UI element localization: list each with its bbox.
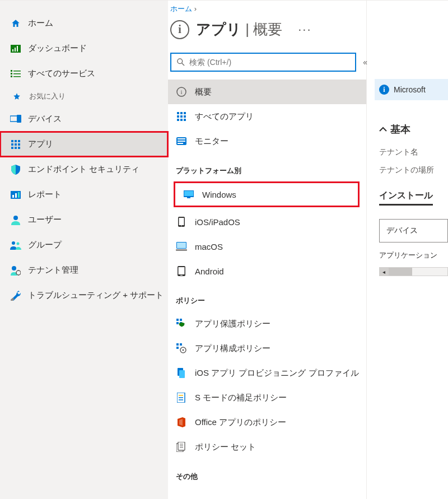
menu-macos[interactable]: macOS bbox=[168, 234, 366, 259]
policy-set-icon bbox=[176, 442, 187, 452]
collapse-menu-button[interactable]: « bbox=[363, 58, 364, 67]
nav-troubleshoot-label: トラブルシューティング + サポート bbox=[28, 290, 164, 301]
ios-icon bbox=[176, 217, 187, 227]
reports-icon bbox=[10, 191, 21, 199]
dashboard-icon bbox=[10, 45, 21, 53]
menu-overview[interactable]: i 概要 bbox=[168, 80, 366, 104]
nav-endpoint-security-label: エンドポイント セキュリティ bbox=[28, 164, 139, 175]
svg-rect-24 bbox=[18, 192, 20, 198]
blade-title: アプリ | 概要 bbox=[196, 20, 282, 39]
menu-office-policy-label: Office アプリのポリシー bbox=[195, 417, 286, 428]
svg-rect-3 bbox=[17, 46, 18, 52]
nav-favorites-label: お気に入り bbox=[29, 91, 66, 101]
tenant-name-label: テナント名 bbox=[379, 147, 448, 157]
tenant-location-label: テナントの場所 bbox=[379, 165, 448, 175]
menu-app-protection[interactable]: アプリ保護ポリシー bbox=[168, 311, 366, 336]
nav-apps[interactable]: アプリ bbox=[0, 132, 168, 157]
svg-rect-49 bbox=[184, 191, 193, 196]
svg-rect-23 bbox=[15, 193, 17, 198]
svg-rect-70 bbox=[179, 370, 185, 378]
nav-dashboard[interactable]: ダッシュボード bbox=[0, 36, 168, 61]
star-icon bbox=[11, 92, 22, 100]
menu-section-other: その他 bbox=[168, 459, 366, 487]
svg-rect-35 bbox=[177, 112, 179, 114]
device-select[interactable]: デバイス bbox=[379, 219, 448, 242]
breadcrumb[interactable]: ホーム › bbox=[168, 1, 366, 14]
svg-rect-43 bbox=[184, 119, 186, 121]
svg-rect-2 bbox=[15, 48, 16, 52]
monitor-icon bbox=[176, 137, 187, 145]
menu-ios[interactable]: iOS/iPadOS bbox=[168, 209, 366, 234]
svg-rect-58 bbox=[179, 267, 185, 274]
basic-section-toggle[interactable]: 基本 bbox=[379, 123, 448, 136]
svg-rect-60 bbox=[176, 319, 179, 321]
highlight-windows: Windows bbox=[174, 181, 360, 207]
menu-windows[interactable]: Windows bbox=[175, 183, 358, 206]
menu-macos-label: macOS bbox=[195, 242, 223, 251]
nav-troubleshoot[interactable]: トラブルシューティング + サポート bbox=[0, 283, 168, 308]
scroll-thumb[interactable] bbox=[389, 268, 412, 276]
tenant-admin-icon bbox=[10, 265, 21, 276]
info-banner-text: Microsoft bbox=[394, 85, 426, 94]
nav-tenant-admin[interactable]: テナント管理 bbox=[0, 258, 168, 283]
info-icon: i bbox=[379, 85, 389, 95]
svg-rect-59 bbox=[180, 275, 183, 276]
menu-all-apps-label: すべてのアプリ bbox=[195, 111, 254, 122]
info-banner[interactable]: i Microsoft bbox=[375, 79, 448, 100]
svg-rect-6 bbox=[11, 76, 12, 77]
menu-android[interactable]: Android bbox=[168, 259, 366, 283]
breadcrumb-home[interactable]: ホーム bbox=[170, 4, 192, 13]
svg-rect-65 bbox=[180, 343, 182, 346]
smode-icon bbox=[176, 393, 187, 403]
shield-icon bbox=[10, 165, 21, 175]
device-select-label: デバイス bbox=[386, 226, 418, 236]
menu-policy-set[interactable]: ポリシー セット bbox=[168, 435, 366, 459]
nav-dashboard-label: ダッシュボード bbox=[28, 43, 87, 54]
nav-favorites-header: お気に入り bbox=[0, 86, 168, 106]
menu-smode[interactable]: S モードの補足ポリシー bbox=[168, 385, 366, 410]
menu-office-policy[interactable]: Office アプリのポリシー bbox=[168, 410, 366, 435]
office-icon bbox=[176, 417, 187, 427]
svg-rect-8 bbox=[13, 73, 21, 74]
scroll-left-button[interactable]: ◂ bbox=[379, 267, 388, 276]
more-actions-button[interactable]: ··· bbox=[298, 22, 311, 37]
svg-point-28 bbox=[12, 266, 16, 271]
home-icon bbox=[10, 18, 21, 29]
nav-reports[interactable]: レポート bbox=[0, 182, 168, 207]
menu-app-config[interactable]: アプリ構成ポリシー bbox=[168, 336, 366, 361]
scroll-track[interactable] bbox=[388, 267, 448, 276]
info-circle-icon: i bbox=[170, 20, 189, 39]
nav-home[interactable]: ホーム bbox=[0, 11, 168, 36]
nav-users-label: ユーザー bbox=[28, 214, 62, 225]
ios-prov-icon bbox=[176, 368, 187, 378]
nav-home-label: ホーム bbox=[28, 18, 53, 29]
svg-line-32 bbox=[182, 63, 184, 66]
menu-all-apps[interactable]: すべてのアプリ bbox=[168, 104, 366, 129]
nav-endpoint-security[interactable]: エンドポイント セキュリティ bbox=[0, 157, 168, 182]
menu-monitor[interactable]: モニター bbox=[168, 129, 366, 153]
nav-all-services[interactable]: すべてのサービス bbox=[0, 61, 168, 86]
svg-rect-1 bbox=[12, 49, 13, 52]
svg-rect-37 bbox=[184, 112, 186, 114]
svg-point-26 bbox=[12, 241, 15, 245]
blade-title-sub: 概要 bbox=[253, 21, 282, 38]
svg-point-68 bbox=[183, 349, 184, 351]
menu-ios-provisioning[interactable]: iOS アプリ プロビジョニング プロファイル bbox=[168, 361, 366, 385]
horizontal-scrollbar[interactable]: ◂ bbox=[379, 267, 448, 276]
nav-users[interactable]: ユーザー bbox=[0, 207, 168, 232]
svg-rect-10 bbox=[10, 116, 18, 122]
menu-windows-label: Windows bbox=[202, 190, 236, 199]
devices-icon bbox=[10, 115, 21, 124]
search-icon bbox=[177, 58, 185, 66]
svg-rect-22 bbox=[12, 195, 14, 198]
search-input[interactable] bbox=[189, 58, 349, 67]
search-box[interactable] bbox=[170, 53, 356, 72]
svg-rect-61 bbox=[180, 319, 182, 321]
left-nav: ホーム ダッシュボード すべてのサービス お気に入り デバイス bbox=[0, 1, 168, 499]
apps-blade: ホーム › i アプリ | 概要 ··· « i 概要 bbox=[168, 1, 367, 499]
nav-devices[interactable]: デバイス bbox=[0, 106, 168, 132]
menu-overview-label: 概要 bbox=[195, 87, 212, 97]
user-icon bbox=[10, 215, 21, 225]
nav-groups[interactable]: グループ bbox=[0, 232, 168, 258]
svg-point-53 bbox=[181, 226, 182, 227]
